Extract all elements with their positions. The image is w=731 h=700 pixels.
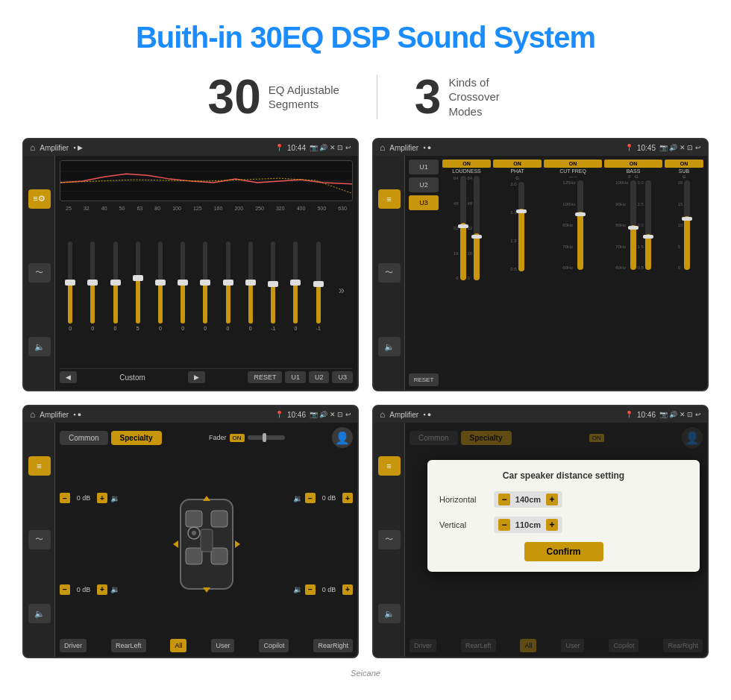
db-plus-fr[interactable]: + — [342, 493, 353, 503]
wave-icon-btn-4[interactable]: 〜 — [378, 530, 401, 549]
preset-u3[interactable]: U3 — [409, 195, 439, 210]
screen-speaker: ⌂ Amplifier ▪ ● 📍 10:46 📷 🔊 ✕ ⊡ ↩ ≡ 〜 🔈 — [22, 405, 359, 658]
wave-icon-btn-2[interactable]: 〜 — [378, 263, 401, 283]
db-minus-fr[interactable]: − — [305, 493, 316, 503]
confirm-button[interactable]: Confirm — [524, 542, 603, 561]
slider-11[interactable]: 0 — [293, 242, 298, 338]
slider-6[interactable]: 0 — [181, 242, 185, 338]
vert-label: Vertical — [439, 520, 488, 529]
u2-btn[interactable]: U2 — [309, 371, 330, 383]
speaker-icon-btn[interactable]: 🔈 — [28, 337, 51, 356]
eq-main: 2532 4050 6380 100125 160200 250320 4005… — [55, 156, 357, 390]
vert-plus[interactable]: + — [546, 519, 558, 531]
db-plus-fl[interactable]: + — [97, 493, 107, 503]
rear-left-btn[interactable]: RearLeft — [111, 639, 146, 652]
driver-btn[interactable]: Driver — [60, 639, 87, 652]
slider-7[interactable]: 0 — [203, 242, 207, 338]
horiz-control: − 140cm + — [494, 491, 562, 508]
stat-crossover-label: Kinds ofCrossover Modes — [448, 75, 523, 119]
vert-minus[interactable]: − — [498, 519, 510, 531]
vert-value: 110cm — [513, 520, 543, 529]
u1-btn[interactable]: U1 — [285, 371, 306, 383]
wave-icon-btn-3[interactable]: 〜 — [28, 530, 51, 549]
bass-on[interactable]: ON — [604, 160, 662, 168]
eq-icon-btn-4[interactable]: ≡ — [378, 456, 401, 476]
driver-btn-4: Driver — [410, 639, 436, 652]
tab-specialty-4-bg: Specialty — [461, 431, 512, 445]
play-icons-4: ▪ ● — [423, 411, 431, 418]
slider-4[interactable]: 5 — [136, 242, 140, 338]
screen-eq-sliders: ⌂ Amplifier ▪ ▶ 📍 10:44 📷 🔊 ✕ ⊡ ↩ ≡⚙ 〜 🔈 — [22, 138, 359, 391]
sub-on[interactable]: ON — [665, 160, 703, 168]
slider-1[interactable]: 0 — [68, 242, 72, 338]
vert-control: − 110cm + — [494, 517, 562, 533]
slider-5[interactable]: 0 — [158, 242, 163, 338]
page-title: Buith-in 30EQ DSP Sound System — [0, 0, 731, 62]
loud-label: LOUDNESS — [452, 168, 481, 174]
user-btn-4: User — [561, 639, 584, 652]
phat-on[interactable]: ON — [493, 160, 542, 168]
speaker-icon-btn-4[interactable]: 🔈 — [378, 604, 401, 623]
slider-10[interactable]: -1 — [271, 242, 275, 338]
slider-8[interactable]: 0 — [226, 242, 230, 338]
all-btn[interactable]: All — [170, 639, 186, 652]
speaker-icon-btn-3[interactable]: 🔈 — [28, 604, 51, 623]
svg-rect-4 — [186, 511, 202, 527]
expand-icon[interactable]: » — [339, 284, 345, 296]
tab-specialty-3[interactable]: Specialty — [111, 431, 162, 445]
screen-distance: ⌂ Amplifier ▪ ● 📍 10:46 📷 🔊 ✕ ⊡ ↩ ≡ 〜 🔈 — [372, 405, 709, 658]
home-icon-1[interactable]: ⌂ — [30, 142, 35, 153]
svg-marker-13 — [173, 540, 178, 548]
cutfreq-on[interactable]: ON — [544, 160, 602, 168]
fader-slider[interactable] — [248, 435, 285, 440]
tab-common-4-bg: Common — [410, 431, 458, 445]
svg-marker-11 — [203, 496, 210, 501]
loud-on[interactable]: ON — [442, 160, 491, 168]
wave-icon-btn[interactable]: 〜 — [28, 263, 51, 283]
slider-9[interactable]: 0 — [248, 242, 253, 338]
phat-label: PHAT — [510, 168, 524, 174]
slider-3[interactable]: 0 — [113, 242, 118, 338]
u3-btn[interactable]: U3 — [332, 371, 353, 383]
db-val-fl: 0 dB — [73, 494, 94, 502]
user-btn[interactable]: User — [211, 639, 234, 652]
home-icon-2[interactable]: ⌂ — [380, 142, 385, 153]
copilot-btn[interactable]: Copilot — [259, 639, 289, 652]
eq-icon-btn[interactable]: ≡⚙ — [28, 189, 51, 209]
eq-icon-btn-3[interactable]: ≡ — [28, 456, 51, 476]
reset-btn-1[interactable]: RESET — [248, 371, 282, 383]
db-val-rl: 0 dB — [73, 586, 94, 593]
stat-eq-label: EQ AdjustableSegments — [269, 83, 339, 112]
db-plus-rl[interactable]: + — [97, 584, 107, 595]
app-name-4: Amplifier — [389, 411, 418, 419]
status-bar-3: ⌂ Amplifier ▪ ● 📍 10:46 📷 🔊 ✕ ⊡ ↩ — [24, 406, 357, 423]
horiz-minus[interactable]: − — [498, 494, 510, 505]
home-icon-4[interactable]: ⌂ — [380, 409, 385, 420]
eq-curve — [60, 160, 353, 201]
screens-grid: ⌂ Amplifier ▪ ▶ 📍 10:44 📷 🔊 ✕ ⊡ ↩ ≡⚙ 〜 🔈 — [0, 138, 731, 666]
svg-rect-5 — [211, 511, 228, 527]
svg-rect-7 — [211, 548, 228, 564]
preset-u2[interactable]: U2 — [409, 177, 439, 192]
preset-u1[interactable]: U1 — [409, 160, 439, 174]
db-minus-rr[interactable]: − — [305, 584, 316, 595]
prev-btn[interactable]: ◀ — [60, 371, 77, 383]
play-icons-2: ▪ ● — [423, 144, 431, 151]
db-minus-rl[interactable]: − — [60, 584, 70, 595]
slider-12[interactable]: -1 — [316, 242, 321, 338]
home-icon-3[interactable]: ⌂ — [30, 409, 35, 420]
tab-common-3[interactable]: Common — [60, 431, 108, 445]
horiz-plus[interactable]: + — [546, 494, 558, 505]
db-minus-fl[interactable]: − — [60, 493, 70, 503]
speaker-icon-btn-2[interactable]: 🔈 — [378, 337, 401, 356]
rear-right-btn[interactable]: RearRight — [313, 639, 353, 652]
eq-icon-btn-2[interactable]: ≡ — [378, 189, 401, 209]
svg-rect-6 — [186, 548, 202, 564]
next-btn[interactable]: ▶ — [188, 371, 205, 383]
db-plus-rr[interactable]: + — [342, 584, 353, 595]
time-1: 10:44 — [287, 144, 306, 152]
app-name-3: Amplifier — [40, 411, 69, 419]
cross-side-3: ≡ 〜 🔈 — [24, 423, 55, 657]
slider-2[interactable]: 0 — [90, 242, 95, 338]
reset-btn-2[interactable]: RESET — [409, 373, 439, 386]
